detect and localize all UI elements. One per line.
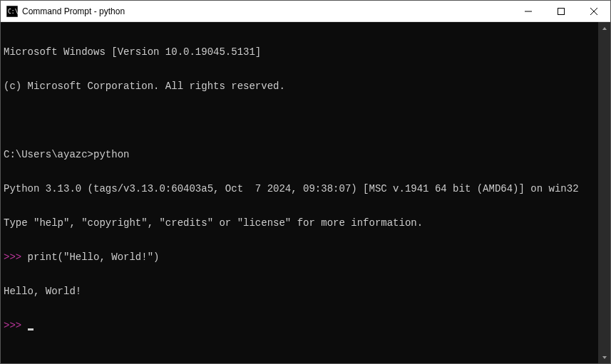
terminal-line: (c) Microsoft Corporation. All rights re… bbox=[4, 80, 595, 92]
window-controls bbox=[512, 1, 610, 21]
terminal-line bbox=[4, 115, 595, 126]
titlebar[interactable]: C:\ Command Prompt - python bbox=[1, 1, 610, 22]
scroll-down-button[interactable] bbox=[598, 351, 610, 363]
terminal-line: >>> print("Hello, World!") bbox=[4, 251, 595, 263]
repl-prompt: >>> bbox=[4, 320, 28, 331]
close-button[interactable] bbox=[577, 1, 610, 21]
svg-rect-3 bbox=[558, 8, 565, 14]
svg-marker-7 bbox=[602, 356, 607, 359]
terminal[interactable]: Microsoft Windows [Version 10.0.19045.51… bbox=[1, 22, 598, 363]
terminal-line: Microsoft Windows [Version 10.0.19045.51… bbox=[4, 46, 595, 58]
terminal-line: >>> bbox=[4, 320, 595, 331]
scrollbar[interactable] bbox=[598, 22, 610, 363]
terminal-line: Type "help", "copyright", "credits" or "… bbox=[4, 217, 595, 229]
terminal-line: C:\Users\ayazc>python bbox=[4, 149, 595, 160]
svg-marker-6 bbox=[602, 27, 607, 30]
repl-input: print("Hello, World!") bbox=[28, 251, 160, 263]
command-prompt-window: C:\ Command Prompt - python Microsoft Wi… bbox=[0, 0, 611, 364]
cmd-icon: C:\ bbox=[6, 6, 18, 17]
scroll-up-button[interactable] bbox=[598, 22, 610, 34]
terminal-line: Hello, World! bbox=[4, 286, 595, 297]
minimize-button[interactable] bbox=[512, 1, 545, 21]
maximize-button[interactable] bbox=[545, 1, 577, 21]
cursor bbox=[28, 328, 34, 331]
terminal-line: Python 3.13.0 (tags/v3.13.0:60403a5, Oct… bbox=[4, 183, 595, 194]
svg-text:C:\: C:\ bbox=[8, 9, 18, 15]
window-title: Command Prompt - python bbox=[22, 6, 512, 16]
terminal-area: Microsoft Windows [Version 10.0.19045.51… bbox=[1, 22, 610, 363]
repl-prompt: >>> bbox=[4, 251, 28, 263]
